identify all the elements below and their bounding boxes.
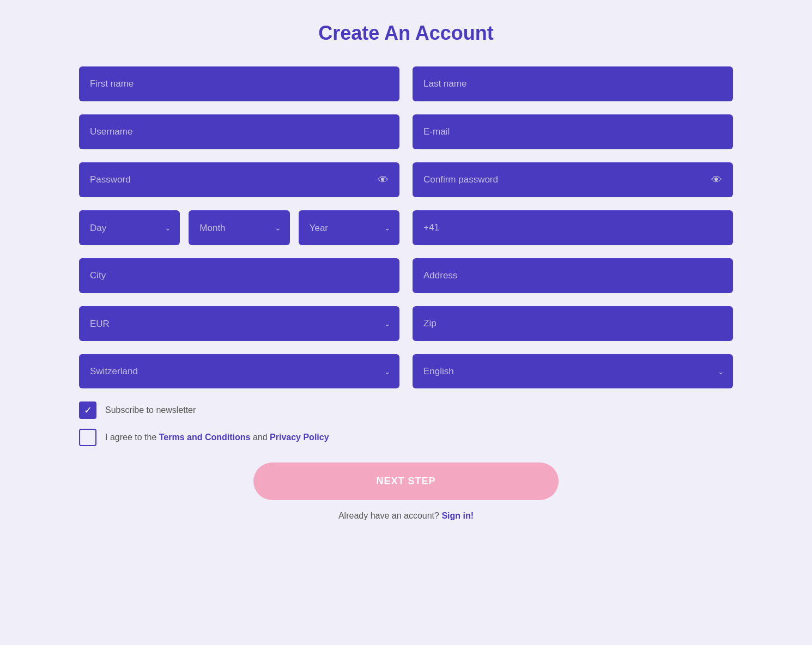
phone-input[interactable] <box>423 222 722 233</box>
newsletter-row: ✓ Subscribe to newsletter <box>79 401 733 419</box>
country-field[interactable]: Switzerland ⌄ <box>79 354 399 388</box>
privacy-link[interactable]: Privacy Policy <box>270 433 329 442</box>
month-field[interactable]: Month ⌄ <box>189 210 289 245</box>
language-field[interactable]: English ⌄ <box>413 354 733 388</box>
username-input[interactable] <box>90 126 389 137</box>
last-name-field[interactable] <box>413 66 733 101</box>
zip-input[interactable] <box>423 318 722 329</box>
next-step-button[interactable]: NEXT STEP <box>253 463 559 500</box>
first-name-input[interactable] <box>90 78 389 89</box>
terms-link[interactable]: Terms and Conditions <box>159 433 251 442</box>
terms-checkbox[interactable] <box>79 429 96 446</box>
address-input[interactable] <box>423 270 722 281</box>
day-field[interactable]: Day ⌄ <box>79 210 180 245</box>
username-field[interactable] <box>79 114 399 149</box>
confirm-password-eye-icon[interactable]: 👁︎ <box>711 174 722 186</box>
first-name-field[interactable] <box>79 66 399 101</box>
already-account-text: Already have an account? <box>338 511 439 520</box>
currency-select[interactable]: EUR <box>90 319 389 329</box>
row-dob-phone: Day ⌄ Month ⌄ Year ⌄ <box>79 210 733 245</box>
row-name <box>79 66 733 101</box>
month-select[interactable]: Month <box>199 223 278 233</box>
email-field[interactable] <box>413 114 733 149</box>
confirm-password-input[interactable] <box>423 174 722 185</box>
newsletter-label: Subscribe to newsletter <box>105 405 196 415</box>
row-passwords: 👁︎ 👁︎ <box>79 162 733 197</box>
city-field[interactable] <box>79 258 399 293</box>
currency-field[interactable]: EUR ⌄ <box>79 306 399 341</box>
password-field[interactable]: 👁︎ <box>79 162 399 197</box>
row-country-language: Switzerland ⌄ English ⌄ <box>79 354 733 388</box>
newsletter-checkbox[interactable]: ✓ <box>79 401 96 419</box>
checkboxes-section: ✓ Subscribe to newsletter I agree to the… <box>79 401 733 446</box>
password-input[interactable] <box>90 174 389 185</box>
year-select[interactable]: Year <box>310 223 389 233</box>
country-select[interactable]: Switzerland <box>90 366 389 376</box>
city-input[interactable] <box>90 270 389 281</box>
email-input[interactable] <box>423 126 722 137</box>
phone-field[interactable] <box>413 210 733 245</box>
last-name-input[interactable] <box>423 78 722 89</box>
signin-row: Already have an account? Sign in! <box>79 511 733 521</box>
password-eye-icon[interactable]: 👁︎ <box>378 174 389 186</box>
main-container: Create An Account 👁︎ 👁︎ <box>79 16 733 521</box>
terms-label: I agree to the Terms and Conditions and … <box>105 433 329 442</box>
row-username-email <box>79 114 733 149</box>
zip-field[interactable] <box>413 306 733 341</box>
terms-row: I agree to the Terms and Conditions and … <box>79 429 733 446</box>
confirm-password-field[interactable]: 👁︎ <box>413 162 733 197</box>
page-title: Create An Account <box>79 22 733 45</box>
year-field[interactable]: Year ⌄ <box>299 210 399 245</box>
newsletter-check-icon: ✓ <box>84 405 92 415</box>
day-select[interactable]: Day <box>90 223 169 233</box>
language-select[interactable]: English <box>423 366 722 376</box>
row-currency-zip: EUR ⌄ <box>79 306 733 341</box>
dob-group: Day ⌄ Month ⌄ Year ⌄ <box>79 210 399 245</box>
address-field[interactable] <box>413 258 733 293</box>
row-city-address <box>79 258 733 293</box>
sign-in-link[interactable]: Sign in! <box>441 511 474 520</box>
